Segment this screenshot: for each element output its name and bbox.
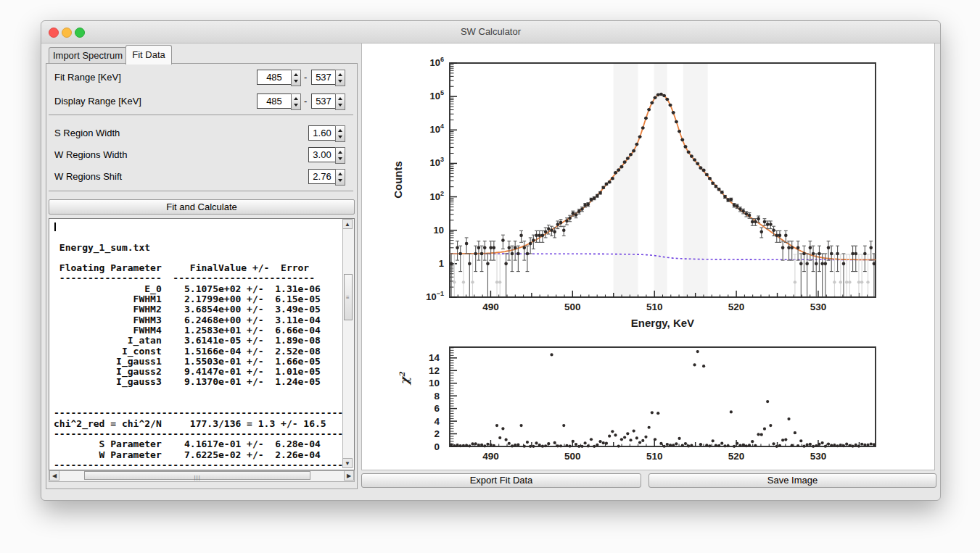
scroll-right-arrow-icon[interactable]: ▶ xyxy=(344,470,354,481)
display-range-to-input[interactable]: 537 xyxy=(311,93,336,109)
svg-text:510: 510 xyxy=(646,302,663,312)
svg-text:Energy, KeV: Energy, KeV xyxy=(631,317,694,329)
stepper-down-icon[interactable] xyxy=(338,136,342,138)
svg-text:530: 530 xyxy=(810,302,827,312)
display-range-label: Display Range [KeV] xyxy=(54,96,141,107)
fit-range-from-stepper[interactable] xyxy=(291,70,301,86)
svg-text:530: 530 xyxy=(810,451,827,462)
w-regions-width-label: W Regions Width xyxy=(54,149,127,160)
range-dash: - xyxy=(304,72,307,83)
app-window: SW Calculator Import Spectrum Fit Data F… xyxy=(41,20,941,501)
w-regions-width-stepper[interactable] xyxy=(335,147,345,164)
spectrum-and-chi2-charts: 49050051052053049050051052053010−1110102… xyxy=(362,43,934,470)
fit-range-from-value: 485 xyxy=(266,72,282,83)
stepper-down-icon[interactable] xyxy=(338,80,342,83)
svg-text:104: 104 xyxy=(430,122,444,135)
svg-text:105: 105 xyxy=(430,89,444,101)
s-region-width-stepper[interactable] xyxy=(335,125,345,142)
svg-text:10: 10 xyxy=(429,378,440,388)
stepper-up-icon[interactable] xyxy=(338,151,342,154)
svg-text:103: 103 xyxy=(430,156,444,168)
separator xyxy=(49,191,353,191)
range-dash: - xyxy=(304,96,307,107)
s-region-width-input[interactable]: 1.60 xyxy=(308,125,336,141)
scroll-down-arrow-icon[interactable]: ▼ xyxy=(342,458,353,468)
stepper-up-icon[interactable] xyxy=(338,172,342,175)
fit-range-to-stepper[interactable] xyxy=(335,70,345,86)
s-region-width-label: S Region Width xyxy=(54,128,120,138)
fit-and-calculate-button[interactable]: Fit and Calculate xyxy=(49,199,355,215)
thumb-grip-icon: ≡ xyxy=(346,296,350,299)
tab-fit-data[interactable]: Fit Data xyxy=(125,45,172,65)
stepper-up-icon[interactable] xyxy=(338,97,342,100)
stepper-up-icon[interactable] xyxy=(338,129,342,132)
svg-text:10−1: 10−1 xyxy=(426,290,444,302)
stepper-down-icon[interactable] xyxy=(338,104,342,107)
svg-text:6: 6 xyxy=(434,403,440,414)
stepper-down-icon[interactable] xyxy=(338,157,342,160)
horizontal-scroll-thumb[interactable]: ||| xyxy=(84,471,310,480)
stepper-down-icon[interactable] xyxy=(338,179,342,182)
w-regions-shift-value: 2.76 xyxy=(313,171,331,182)
title-bar[interactable]: SW Calculator xyxy=(41,21,940,43)
vertical-scroll-thumb[interactable]: ≡ xyxy=(344,274,353,320)
svg-text:1: 1 xyxy=(439,258,444,269)
svg-text:510: 510 xyxy=(646,451,663,462)
scroll-up-arrow-icon[interactable]: ▲ xyxy=(342,219,353,229)
svg-text:4: 4 xyxy=(434,416,440,427)
fit-output-text: Energy_1_sum.txt Floating Parameter Fina… xyxy=(54,222,343,470)
stepper-down-icon[interactable] xyxy=(294,104,298,107)
save-image-button[interactable]: Save Image xyxy=(648,473,936,488)
w-regions-shift-stepper[interactable] xyxy=(335,169,345,186)
svg-text:12: 12 xyxy=(429,365,440,376)
fit-range-to-input[interactable]: 537 xyxy=(311,70,336,85)
scroll-left-arrow-icon[interactable]: ◀ xyxy=(49,470,59,481)
w-regions-width-value: 3.00 xyxy=(313,149,331,160)
stepper-up-icon[interactable] xyxy=(294,73,298,76)
stepper-up-icon[interactable] xyxy=(294,97,298,100)
text-cursor xyxy=(54,223,56,231)
s-region-width-value: 1.60 xyxy=(313,128,331,138)
stepper-down-icon[interactable] xyxy=(294,80,298,83)
svg-text:2: 2 xyxy=(434,428,440,439)
fit-range-from-input[interactable]: 485 xyxy=(257,70,292,85)
plot-canvas: 49050051052053049050051052053010−1110102… xyxy=(361,43,935,470)
svg-text:10: 10 xyxy=(434,225,444,236)
svg-text:500: 500 xyxy=(564,451,581,462)
export-fit-data-button[interactable]: Export Fit Data xyxy=(361,473,641,488)
svg-text:520: 520 xyxy=(728,451,745,462)
separator xyxy=(49,115,353,115)
svg-text:500: 500 xyxy=(564,302,581,312)
svg-text:14: 14 xyxy=(429,352,440,363)
display-range-to-stepper[interactable] xyxy=(335,93,345,110)
horizontal-scrollbar[interactable]: ◀ ▶ ||| xyxy=(49,470,355,482)
display-range-from-stepper[interactable] xyxy=(291,93,301,110)
fit-output-area[interactable]: Energy_1_sum.txt Floating Parameter Fina… xyxy=(49,218,355,470)
display-range-to-value: 537 xyxy=(316,96,332,107)
fit-range-to-value: 537 xyxy=(316,72,332,83)
display-range-from-input[interactable]: 485 xyxy=(257,93,292,109)
window-title: SW Calculator xyxy=(41,26,940,37)
svg-text:102: 102 xyxy=(430,190,444,202)
w-regions-shift-input[interactable]: 2.76 xyxy=(308,169,336,184)
svg-text:8: 8 xyxy=(434,391,440,402)
svg-text:520: 520 xyxy=(728,302,745,312)
w-regions-shift-label: W Regions Shift xyxy=(54,171,122,182)
svg-text:0: 0 xyxy=(434,441,440,452)
vertical-scrollbar[interactable]: ▲ ≡ ▼ xyxy=(342,219,354,468)
stepper-up-icon[interactable] xyxy=(338,73,342,76)
svg-text:Counts: Counts xyxy=(392,161,404,199)
display-range-from-value: 485 xyxy=(266,96,282,107)
fit-range-label: Fit Range [KeV] xyxy=(54,72,121,83)
svg-text:χ2: χ2 xyxy=(398,371,411,386)
thumb-grip-icon: ||| xyxy=(194,474,200,481)
svg-text:106: 106 xyxy=(430,56,444,68)
svg-text:490: 490 xyxy=(482,302,499,312)
svg-text:490: 490 xyxy=(482,451,499,462)
tab-import-spectrum[interactable]: Import Spectrum xyxy=(49,47,127,64)
w-regions-width-input[interactable]: 3.00 xyxy=(308,147,336,162)
